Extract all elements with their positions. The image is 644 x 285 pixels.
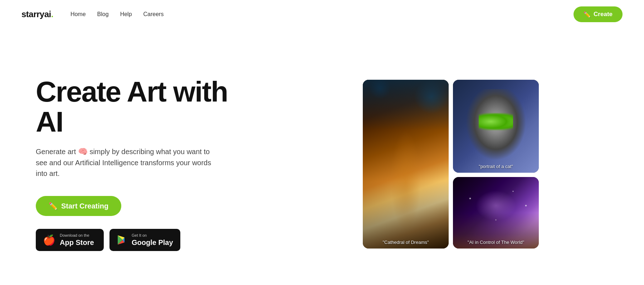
google-play-text: Get It on Google Play bbox=[132, 233, 173, 246]
create-button[interactable]: ✏️ Create bbox=[574, 6, 623, 22]
hero-title: Create Art with AI bbox=[36, 77, 258, 137]
navbar: starryai. Home Blog Help Careers ✏️ Crea… bbox=[0, 0, 644, 29]
nav-item-help[interactable]: Help bbox=[120, 11, 132, 18]
nav-link-help[interactable]: Help bbox=[120, 11, 132, 17]
hero-subtitle: Generate art 🧠 simply by describing what… bbox=[36, 146, 222, 179]
nav-link-home[interactable]: Home bbox=[70, 11, 86, 17]
nav-item-blog[interactable]: Blog bbox=[97, 11, 109, 18]
app-store-small: Download on the bbox=[60, 233, 94, 238]
google-play-button[interactable]: Get It on Google Play bbox=[109, 229, 180, 251]
subtitle-before: Generate art bbox=[36, 148, 78, 156]
store-buttons: 🍎 Download on the App Store Get It on Go… bbox=[36, 229, 258, 251]
start-pencil-icon: ✏️ bbox=[49, 202, 58, 210]
nav-links: Home Blog Help Careers bbox=[70, 11, 164, 18]
image-card-cathedral: "Cathedral of Dreams" bbox=[363, 80, 449, 249]
image-card-cat: "portrait of a cat" bbox=[453, 80, 539, 173]
app-store-large: App Store bbox=[60, 238, 94, 247]
image-card-space: "AI in Control of The World" bbox=[453, 177, 539, 249]
google-play-large: Google Play bbox=[132, 238, 173, 247]
space-label: "AI in Control of The World" bbox=[453, 240, 539, 245]
navbar-left: starryai. Home Blog Help Careers bbox=[21, 9, 164, 19]
logo-dot: . bbox=[51, 9, 53, 19]
apple-icon: 🍎 bbox=[43, 234, 55, 246]
space-art bbox=[453, 177, 539, 249]
google-play-icon bbox=[117, 235, 127, 245]
pencil-icon: ✏️ bbox=[584, 11, 591, 18]
image-grid: "Cathedral of Dreams" "portrait of a cat… bbox=[363, 80, 539, 249]
app-store-text: Download on the App Store bbox=[60, 233, 94, 246]
hero-content: Create Art with AI Generate art 🧠 simply… bbox=[36, 77, 258, 251]
logo-text: starryai bbox=[21, 9, 51, 19]
hero-section: Create Art with AI Generate art 🧠 simply… bbox=[0, 29, 644, 285]
logo[interactable]: starryai. bbox=[21, 9, 53, 19]
create-button-label: Create bbox=[594, 11, 613, 18]
nav-link-blog[interactable]: Blog bbox=[97, 11, 109, 17]
nav-link-careers[interactable]: Careers bbox=[143, 11, 164, 17]
cat-label: "portrait of a cat" bbox=[453, 164, 539, 169]
brain-emoji: 🧠 bbox=[78, 147, 88, 156]
start-creating-label: Start Creating bbox=[61, 202, 108, 210]
hero-images: "Cathedral of Dreams" "portrait of a cat… bbox=[258, 80, 623, 249]
cathedral-art bbox=[363, 80, 449, 249]
google-play-small: Get It on bbox=[132, 233, 173, 238]
cat-art bbox=[453, 80, 539, 173]
nav-item-home[interactable]: Home bbox=[70, 11, 86, 18]
cathedral-detail bbox=[363, 80, 449, 249]
start-creating-button[interactable]: ✏️ Start Creating bbox=[36, 196, 121, 216]
nav-item-careers[interactable]: Careers bbox=[143, 11, 164, 18]
app-store-button[interactable]: 🍎 Download on the App Store bbox=[36, 229, 104, 251]
cathedral-label: "Cathedral of Dreams" bbox=[363, 240, 449, 245]
